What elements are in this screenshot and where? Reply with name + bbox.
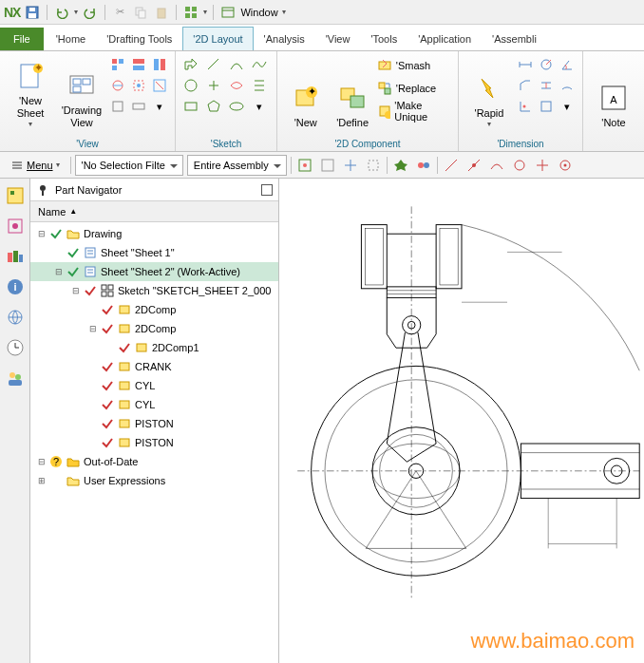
expand-icon[interactable]: ⊟ (70, 285, 82, 296)
window-menu-label[interactable]: Window (240, 7, 277, 18)
tree-row[interactable]: ⊞User Expressions (30, 471, 278, 490)
sketch-more-icon[interactable]: ▾ (250, 97, 269, 116)
sketch-spline-icon[interactable] (250, 55, 269, 74)
dropdown-caret[interactable]: ▾ (74, 8, 78, 16)
check-icon[interactable]: ? (49, 455, 63, 468)
drawing-view-button[interactable]: 'Drawing View (57, 55, 106, 129)
tree-row[interactable]: ⊟Drawing (30, 224, 278, 243)
view-btn-6[interactable] (150, 76, 169, 95)
dim-chamfer-icon[interactable] (516, 76, 535, 95)
lb-history-icon[interactable] (4, 336, 27, 359)
dim-angular-icon[interactable] (558, 55, 577, 74)
lb-assembly-icon[interactable] (4, 215, 27, 237)
tree-row[interactable]: ⊟Sketch "SKETCH_SHEET 2_000 (30, 281, 278, 300)
file-tab[interactable]: File (0, 28, 44, 50)
tb2-icon-9[interactable] (487, 156, 506, 175)
tb2-icon-4[interactable] (364, 156, 383, 175)
tree-row[interactable]: CYL (30, 395, 278, 414)
note-button[interactable]: A 'Note (589, 55, 638, 129)
tree-row[interactable]: ⊟?Out-of-Date (30, 452, 278, 471)
sketch-polygon-icon[interactable] (204, 97, 223, 116)
view-btn-1[interactable] (108, 55, 127, 74)
tree-row[interactable]: Sheet "Sheet 1" (30, 243, 278, 262)
tree-row[interactable]: CRANK (30, 357, 278, 376)
view-btn-9[interactable]: ▾ (150, 97, 169, 116)
expand-icon[interactable] (87, 399, 99, 410)
lb-part-nav-icon[interactable] (4, 184, 27, 207)
view-btn-3[interactable] (150, 55, 169, 74)
check-icon[interactable] (101, 398, 114, 411)
check-icon[interactable] (49, 474, 63, 487)
dim-perim-icon[interactable] (537, 97, 556, 116)
tb2-icon-2[interactable] (318, 156, 337, 175)
expand-icon[interactable] (53, 247, 65, 258)
expand-icon[interactable]: ⊟ (36, 228, 47, 239)
check-icon[interactable] (66, 265, 80, 278)
sketch-point-icon[interactable] (204, 76, 223, 95)
view-btn-7[interactable] (108, 97, 127, 116)
view-btn-5[interactable] (129, 76, 148, 95)
tab-application[interactable]: 'Application (407, 27, 482, 50)
expand-icon[interactable] (87, 437, 99, 448)
sketch-offset-icon[interactable] (250, 76, 269, 95)
dropdown-caret[interactable]: ▾ (203, 8, 207, 16)
comp-make-unique-button[interactable]: 'Make Unique (377, 101, 452, 122)
redo-icon[interactable] (82, 4, 99, 21)
copy-icon[interactable] (132, 4, 149, 21)
cut-icon[interactable]: ✂ (111, 4, 128, 21)
comp-smash-button[interactable]: 'Smash (377, 55, 452, 76)
sketch-circle-icon[interactable] (181, 76, 200, 95)
dim-radial-icon[interactable] (537, 55, 556, 74)
tb2-icon-8[interactable] (464, 156, 483, 175)
check-icon[interactable] (118, 341, 131, 354)
check-icon[interactable] (101, 417, 114, 430)
check-icon[interactable] (84, 284, 97, 297)
lb-info-icon[interactable]: i (4, 275, 27, 298)
check-icon[interactable] (101, 322, 114, 335)
sketch-curve-icon[interactable] (227, 76, 246, 95)
sketch-arc-icon[interactable] (227, 55, 246, 74)
navigator-maximize-icon[interactable] (261, 184, 273, 196)
tree-row[interactable]: CYL (30, 376, 278, 395)
expand-icon[interactable]: ⊟ (87, 323, 99, 334)
expand-icon[interactable] (104, 342, 116, 353)
pin-icon[interactable] (36, 183, 49, 197)
expand-icon[interactable] (87, 418, 99, 429)
tab-drafting-tools[interactable]: 'Drafting Tools (96, 27, 182, 50)
navigator-column-header[interactable]: Name ▲ (30, 201, 278, 222)
dim-more-icon[interactable]: ▾ (558, 97, 577, 116)
sketch-rect-icon[interactable] (181, 97, 200, 116)
check-icon[interactable] (49, 227, 63, 240)
tab-tools[interactable]: 'Tools (360, 27, 407, 50)
sketch-profile-icon[interactable] (181, 55, 200, 74)
assembly-combo[interactable]: Entire Assembly (187, 155, 287, 176)
tree-row[interactable]: 2DComp1 (30, 338, 278, 357)
tb2-icon-7[interactable] (442, 156, 461, 175)
check-icon[interactable] (101, 303, 114, 316)
tb2-icon-5[interactable] (391, 156, 410, 175)
check-icon[interactable] (66, 246, 80, 259)
tree-row[interactable]: ⊟2DComp (30, 319, 278, 338)
dropdown-caret[interactable]: ▾ (282, 8, 286, 16)
tb2-icon-6[interactable] (414, 156, 433, 175)
sketch-line-icon[interactable] (204, 55, 223, 74)
tb2-icon-11[interactable] (533, 156, 552, 175)
rapid-button[interactable]: 'Rapid ▾ (464, 55, 514, 129)
lb-internet-icon[interactable] (4, 306, 27, 329)
tab-view[interactable]: 'View (315, 27, 361, 50)
grid-icon[interactable] (182, 4, 199, 21)
expand-icon[interactable] (87, 361, 99, 372)
tab-2d-layout[interactable]: '2D Layout (182, 27, 253, 50)
undo-icon[interactable] (53, 4, 70, 21)
paste-icon[interactable] (153, 4, 170, 21)
lb-reuse-icon[interactable] (4, 245, 27, 268)
expand-icon[interactable] (87, 380, 99, 391)
save-icon[interactable] (24, 4, 41, 21)
tb2-icon-1[interactable] (295, 156, 314, 175)
view-btn-4[interactable] (108, 76, 127, 95)
tb2-icon-3[interactable] (341, 156, 360, 175)
menu-button[interactable]: Menu ▾ (4, 155, 66, 176)
check-icon[interactable] (101, 379, 114, 392)
check-icon[interactable] (101, 436, 114, 449)
new-sheet-button[interactable]: ✦ 'New Sheet ▾ (6, 55, 55, 129)
